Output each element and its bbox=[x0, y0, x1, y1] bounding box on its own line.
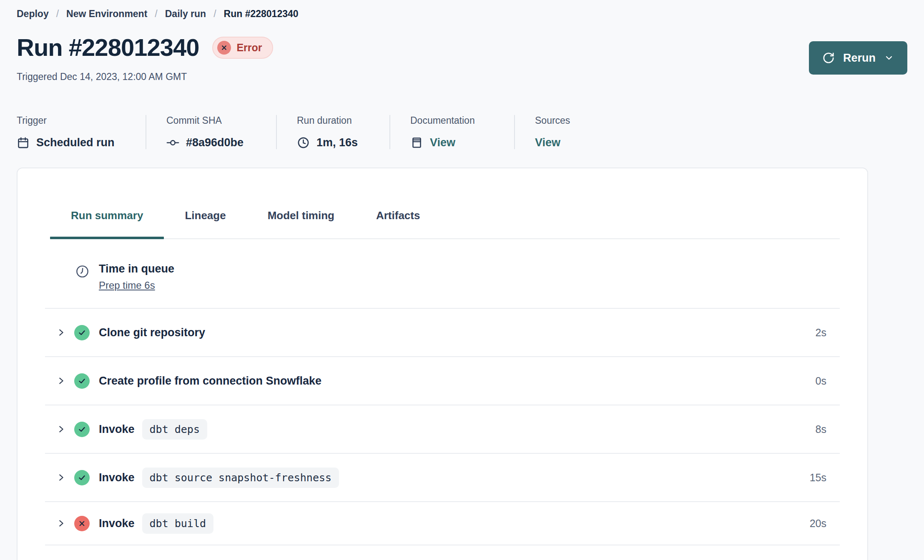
breadcrumb-item-run: Run #228012340 bbox=[224, 8, 299, 20]
step-title: Invoke bbox=[99, 423, 135, 436]
step-duration: 15s bbox=[810, 472, 838, 484]
meta-documentation: Documentation View bbox=[389, 115, 514, 149]
tab-run-summary[interactable]: Run summary bbox=[50, 208, 164, 238]
step-duration: 2s bbox=[816, 327, 838, 339]
meta-value-text: #8a96d0be bbox=[186, 136, 244, 149]
meta-value-text: Scheduled run bbox=[36, 136, 115, 149]
step-row-dbt-build[interactable]: Invoke dbt build 20s bbox=[45, 502, 840, 545]
tab-lineage[interactable]: Lineage bbox=[164, 208, 246, 238]
step-row-create-profile[interactable]: Create profile from connection Snowflake… bbox=[45, 357, 840, 405]
title-row: Run #228012340 Error bbox=[17, 35, 273, 60]
meta-label: Sources bbox=[535, 115, 570, 126]
meta-link-text: View bbox=[430, 136, 455, 149]
prep-time-link[interactable]: Prep time 6s bbox=[99, 280, 155, 291]
step-row-clone-git[interactable]: Clone git repository 2s bbox=[45, 309, 840, 357]
header-left: Run #228012340 Error Triggered Dec 14, 2… bbox=[17, 35, 273, 82]
breadcrumb-separator: / bbox=[155, 8, 157, 20]
check-circle-icon bbox=[74, 470, 90, 485]
refresh-icon bbox=[822, 52, 835, 64]
check-circle-icon bbox=[74, 422, 90, 437]
status-badge-label: Error bbox=[236, 42, 262, 54]
run-metadata-row: Trigger Scheduled run Commit SHA #8a96d0… bbox=[17, 115, 907, 149]
step-duration: 20s bbox=[810, 518, 838, 530]
chevron-right-icon[interactable] bbox=[57, 425, 66, 434]
step-command-chip: dbt build bbox=[142, 513, 213, 534]
breadcrumb-separator: / bbox=[56, 8, 59, 20]
rerun-button[interactable]: Rerun bbox=[809, 41, 907, 75]
meta-trigger: Trigger Scheduled run bbox=[17, 115, 146, 149]
meta-link-text: View bbox=[535, 136, 560, 149]
check-circle-icon bbox=[74, 373, 90, 389]
triggered-timestamp: Triggered Dec 14, 2023, 12:00 AM GMT bbox=[17, 71, 273, 82]
meta-label: Run duration bbox=[297, 115, 389, 126]
breadcrumb-item-deploy[interactable]: Deploy bbox=[17, 8, 49, 20]
queue-text: Time in queue Prep time 6s bbox=[99, 262, 174, 291]
page-header: Run #228012340 Error Triggered Dec 14, 2… bbox=[17, 35, 907, 82]
meta-label: Trigger bbox=[17, 115, 146, 126]
x-circle-icon bbox=[217, 41, 231, 55]
clock-icon bbox=[297, 136, 310, 149]
sources-view-link[interactable]: View bbox=[535, 136, 570, 149]
meta-label: Documentation bbox=[410, 115, 514, 126]
step-title: Invoke bbox=[99, 471, 135, 484]
chevron-right-icon[interactable] bbox=[57, 473, 66, 482]
tab-model-timing[interactable]: Model timing bbox=[247, 208, 355, 238]
step-duration: 0s bbox=[816, 375, 838, 387]
status-badge: Error bbox=[212, 37, 273, 59]
page-title: Run #228012340 bbox=[17, 35, 199, 60]
breadcrumb-item-job[interactable]: Daily run bbox=[165, 8, 206, 20]
breadcrumb-separator: / bbox=[213, 8, 216, 20]
step-command-chip: dbt deps bbox=[142, 419, 207, 440]
step-title: Invoke bbox=[99, 517, 135, 530]
run-summary-card: Run summary Lineage Model timing Artifac… bbox=[17, 168, 868, 560]
tab-bar: Run summary Lineage Model timing Artifac… bbox=[50, 168, 840, 239]
step-command-chip: dbt source snapshot-freshness bbox=[142, 468, 339, 488]
meta-run-duration: Run duration 1m, 16s bbox=[276, 115, 389, 149]
chevron-right-icon[interactable] bbox=[57, 328, 66, 337]
chevron-down-icon bbox=[884, 53, 894, 63]
x-circle-icon bbox=[74, 516, 90, 531]
meta-value-text: 1m, 16s bbox=[316, 136, 358, 149]
tab-artifacts[interactable]: Artifacts bbox=[355, 208, 441, 238]
queue-title: Time in queue bbox=[99, 262, 174, 275]
step-title: Clone git repository bbox=[99, 326, 205, 339]
breadcrumb: Deploy / New Environment / Daily run / R… bbox=[0, 0, 924, 20]
run-detail-page: Deploy / New Environment / Daily run / R… bbox=[0, 0, 924, 560]
step-row-snapshot-freshness[interactable]: Invoke dbt source snapshot-freshness 15s bbox=[45, 454, 840, 502]
document-icon bbox=[410, 136, 423, 149]
step-title: Create profile from connection Snowflake bbox=[99, 375, 321, 388]
check-circle-icon bbox=[74, 325, 90, 340]
meta-commit-sha: Commit SHA #8a96d0be bbox=[146, 115, 276, 149]
meta-sources: Sources View bbox=[514, 115, 570, 149]
documentation-view-link[interactable]: View bbox=[410, 136, 514, 149]
step-duration: 8s bbox=[816, 423, 838, 435]
chevron-right-icon[interactable] bbox=[57, 519, 66, 528]
rerun-button-label: Rerun bbox=[843, 52, 876, 65]
commit-icon bbox=[166, 136, 179, 149]
chevron-right-icon[interactable] bbox=[57, 376, 66, 385]
clock-icon bbox=[75, 264, 90, 279]
step-row-dbt-deps[interactable]: Invoke dbt deps 8s bbox=[45, 405, 840, 454]
meta-label: Commit SHA bbox=[166, 115, 276, 126]
calendar-icon bbox=[17, 136, 30, 149]
time-in-queue-section: Time in queue Prep time 6s bbox=[45, 239, 840, 309]
breadcrumb-item-environment[interactable]: New Environment bbox=[66, 8, 147, 20]
